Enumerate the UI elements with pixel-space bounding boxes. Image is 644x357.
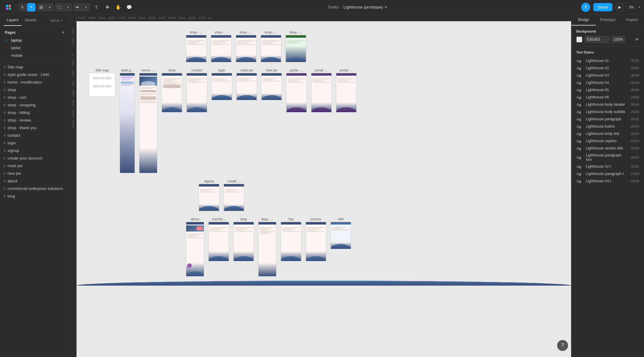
frame-thumb[interactable] — [336, 73, 357, 112]
frame-thumb[interactable] — [211, 73, 232, 100]
layer-item-new-pw[interactable]: # new pw — [0, 170, 70, 177]
layer-item-create-account[interactable]: # create your account — [0, 154, 70, 162]
frame-thumb[interactable] — [187, 73, 207, 112]
text-style-h4t[interactable]: Ag Lighthouse h4-t · 18/28 — [576, 177, 639, 185]
visibility-toggle-button[interactable]: 👁 — [635, 37, 639, 42]
frame-shop-cart-v2[interactable]: shop - ... — [211, 30, 231, 62]
frame-thumb[interactable] — [281, 222, 301, 261]
frame-contact[interactable]: contact — [187, 68, 207, 112]
layer-item-blog[interactable]: # blog — [0, 192, 70, 200]
frame-thumb[interactable] — [233, 222, 254, 261]
frame-thumb[interactable] — [286, 35, 306, 62]
text-style-paragraph-t[interactable]: Ag Lighthouse paragraph-t · 14/24 — [576, 170, 639, 177]
frame-tool-chevron[interactable]: ▾ — [45, 3, 54, 12]
layer-item-reset-pw[interactable]: # reset pw — [0, 162, 70, 170]
frame-shop-cart-v5[interactable]: shop - ... — [286, 30, 306, 62]
text-style-h6[interactable]: Ag Lighthouse h6 · 24/28 — [576, 94, 639, 101]
frame-thumb[interactable] — [261, 73, 282, 100]
frame-thumb[interactable] — [162, 73, 182, 112]
frame-thumb[interactable] — [331, 222, 351, 249]
text-tool-button[interactable]: T — [91, 2, 101, 12]
frame-thumb[interactable] — [306, 222, 326, 261]
pen-tool-button[interactable]: ✒ — [73, 3, 82, 12]
text-style-h5[interactable]: Ag Lighthouse h5 · 28/36 — [576, 86, 639, 94]
frame-shop-cart-v1[interactable]: shop - ... — [186, 30, 207, 62]
layer-item-shop-thankyou[interactable]: # shop - thank you — [0, 124, 70, 132]
layer-item-about[interactable]: # about — [0, 177, 70, 185]
frame-blog[interactable]: blog — [233, 217, 254, 261]
zoom-level[interactable]: 3% — [627, 4, 636, 11]
canvas-content[interactable]: shop - ... shop - ... — [77, 21, 571, 357]
frame-portal-1[interactable]: portal -... — [286, 68, 307, 112]
text-style-h2[interactable]: Ag Lighthouse h2 · 55/60 — [576, 64, 639, 72]
text-style-h4[interactable]: Ag Lighthouse h4 · 32/44 — [576, 79, 639, 86]
frame-thumb[interactable] — [186, 35, 207, 62]
layer-item-home-mod[interactable]: # home - modification — [0, 78, 70, 86]
layer-item-shop[interactable]: # shop — [0, 86, 70, 94]
frame-new-pw[interactable]: new pw — [261, 68, 282, 100]
layer-item-shop-review[interactable]: # shop - review — [0, 116, 70, 124]
comment-tool-button[interactable]: 💬 — [124, 2, 134, 12]
move-tool-button[interactable]: ↖ — [27, 3, 36, 12]
tab-design[interactable]: Design — [571, 15, 596, 26]
page-item-laptop[interactable]: ✓ laptop — [0, 36, 70, 44]
frame-thumb[interactable] — [199, 184, 219, 211]
text-style-body-header[interactable]: Ag Lighthouse body header · 30/40 — [576, 101, 639, 108]
zoom-chevron-icon[interactable]: ▾ — [639, 5, 640, 9]
frame-login[interactable]: login — [211, 68, 232, 100]
frame-blog-post[interactable]: blog - ... — [258, 217, 276, 276]
layer-item-shop-shopping[interactable]: # shop - shopping — [0, 101, 70, 109]
layer-item-styleguide[interactable]: # style guide asset - 1440 — [0, 71, 70, 78]
text-style-paragraph[interactable]: Ag Lighthouse paragraph · 20/35 — [576, 115, 639, 123]
frame-home-modification[interactable]: home -... — [139, 68, 157, 173]
page-item-tablet[interactable]: ✓ tablet — [0, 44, 70, 52]
frame-thumb[interactable] — [89, 73, 115, 97]
text-style-h3[interactable]: Ag Lighthouse h3 · 36/48 — [576, 72, 639, 79]
present-button[interactable]: ▶ — [615, 3, 624, 12]
hand-tool-button[interactable]: ✋ — [113, 2, 123, 12]
layer-item-shop-cart[interactable]: # shop - cart — [0, 94, 70, 101]
frame-commercial[interactable]: comme... — [208, 217, 229, 261]
frame-thumb[interactable] — [258, 222, 276, 276]
frame-thumb[interactable] — [186, 222, 204, 276]
frame-thumb[interactable] — [236, 35, 256, 62]
frame-thumb[interactable] — [211, 35, 231, 62]
frame-portal-2[interactable]: portal -... — [311, 68, 332, 112]
tab-prototype[interactable]: Prototype — [596, 15, 620, 26]
shape-tool-button[interactable]: □ — [55, 3, 63, 12]
tab-inspect[interactable]: Inspect — [620, 15, 644, 26]
background-color-swatch[interactable] — [576, 36, 582, 43]
text-style-paragraph-box[interactable]: Ag Lighthouse paragraph box · 16/32 — [576, 152, 639, 163]
frame-privacy[interactable]: privacy — [306, 217, 326, 261]
frame-create-account[interactable]: create ... — [224, 179, 244, 211]
help-button[interactable]: ? — [557, 340, 568, 351]
frame-faq[interactable]: faq — [281, 217, 301, 261]
layer-item-shop-billing[interactable]: # shop - billing — [0, 109, 70, 116]
frame-shop[interactable]: shop — [162, 68, 182, 112]
frame-sitemap[interactable]: Site map — [89, 68, 115, 97]
frame-thumb[interactable] — [286, 73, 307, 112]
frame-tool-button[interactable]: ⊞ — [37, 3, 45, 12]
pen-tool-chevron[interactable]: ▾ — [82, 3, 90, 12]
layer-item-contact[interactable]: # contact — [0, 132, 70, 139]
components-tool-button[interactable]: ❖ — [102, 2, 112, 12]
frame-thumb[interactable] — [224, 184, 244, 211]
frame-thumb[interactable] — [236, 73, 257, 100]
select-tool-button[interactable]: ↖ — [19, 3, 27, 12]
text-style-caption[interactable]: Ag Lighthouse caption · 15/20 — [576, 137, 639, 145]
frame-about[interactable]: about — [186, 217, 204, 276]
frame-404[interactable]: 404 — [331, 217, 351, 249]
frame-thumb[interactable] — [261, 35, 281, 62]
title-chevron-icon[interactable]: ▾ — [385, 5, 387, 9]
page-item-mobile[interactable]: ✓ mobile — [0, 52, 70, 59]
tab-assets[interactable]: Assets — [22, 15, 39, 26]
background-hex-input[interactable] — [585, 36, 609, 43]
text-style-section-title[interactable]: Ag Lighthouse section title · 16/28 — [576, 145, 639, 152]
background-opacity-input[interactable] — [611, 36, 625, 43]
frame-shop-cart-v3[interactable]: shop - ... — [236, 30, 256, 62]
frame-reset-pw[interactable]: reset pw — [236, 68, 257, 100]
frame-style-guide[interactable]: style g... — [120, 68, 135, 173]
layer-item-commercial[interactable]: # commercial enterprise solutions — [0, 185, 70, 192]
layer-item-login[interactable]: # login — [0, 139, 70, 147]
figma-menu-button[interactable] — [4, 2, 13, 12]
